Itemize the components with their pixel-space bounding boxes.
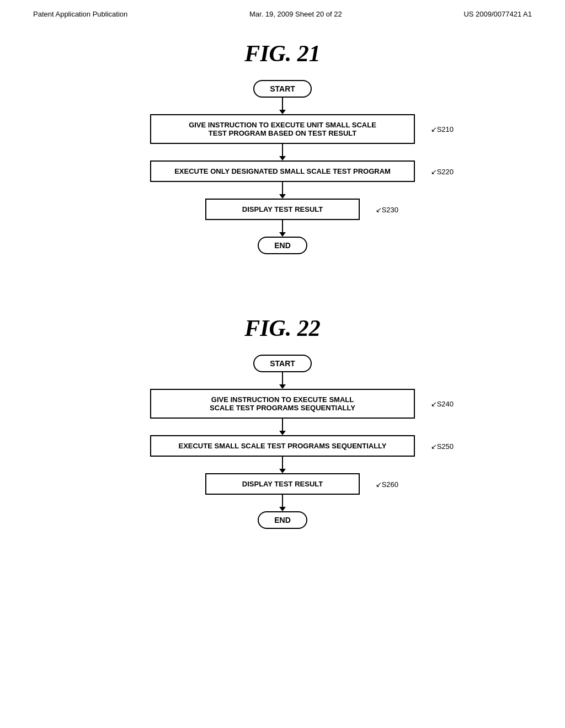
fig22-start-container: START xyxy=(253,355,312,372)
fig22-start: START xyxy=(253,355,312,372)
fig22-arrow2 xyxy=(279,419,286,435)
fig21-flowchart: START GIVE INSTRUCTION TO EXECUTE UNIT S… xyxy=(150,80,415,254)
fig22-arrow1 xyxy=(279,372,286,389)
fig21-s220-container: EXECUTE ONLY DESIGNATED SMALL SCALE TEST… xyxy=(150,160,415,182)
fig21-s230: DISPLAY TEST RESULT xyxy=(205,199,360,220)
fig21-end-container: END xyxy=(258,237,307,254)
fig21-start: START xyxy=(253,80,312,98)
fig21-s220: EXECUTE ONLY DESIGNATED SMALL SCALE TEST… xyxy=(150,160,415,182)
fig22-end-container: END xyxy=(258,511,307,529)
fig21-arrow2 xyxy=(279,144,286,160)
header-middle: Mar. 19, 2009 Sheet 20 of 22 xyxy=(249,10,342,18)
fig22-section: FIG. 22 START GIVE INSTRUCTION TO EXECUT… xyxy=(0,298,565,529)
header-right: US 2009/0077421 A1 xyxy=(463,10,532,18)
fig22-arrow3 xyxy=(279,457,286,473)
fig21-s230-container: DISPLAY TEST RESULT ↙S230 xyxy=(205,199,360,220)
section-gap xyxy=(0,254,565,298)
fig22-s250-label: ↙S250 xyxy=(431,442,454,450)
fig22-end: END xyxy=(258,511,307,529)
fig22-s250-container: EXECUTE SMALL SCALE TEST PROGRAMS SEQUEN… xyxy=(150,435,415,457)
fig21-s230-label: ↙S230 xyxy=(376,205,398,213)
fig21-arrow3 xyxy=(279,182,286,199)
fig22-flowchart: START GIVE INSTRUCTION TO EXECUTE SMALLS… xyxy=(150,355,415,529)
fig21-section: FIG. 21 START GIVE INSTRUCTION TO EXECUT… xyxy=(0,24,565,254)
fig22-s250: EXECUTE SMALL SCALE TEST PROGRAMS SEQUEN… xyxy=(150,435,415,457)
fig21-arrow1 xyxy=(279,98,286,114)
header-left: Patent Application Publication xyxy=(33,10,127,18)
fig22-arrow4 xyxy=(279,495,286,511)
fig21-start-container: START xyxy=(253,80,312,98)
fig21-s210-container: GIVE INSTRUCTION TO EXECUTE UNIT SMALL S… xyxy=(150,114,415,144)
fig21-s210: GIVE INSTRUCTION TO EXECUTE UNIT SMALL S… xyxy=(150,114,415,144)
fig22-s240-label: ↙S240 xyxy=(431,400,454,408)
fig21-s220-label: ↙S220 xyxy=(431,167,454,175)
fig21-title: FIG. 21 xyxy=(244,40,321,67)
page-header: Patent Application Publication Mar. 19, … xyxy=(0,0,565,24)
fig21-s210-label: ↙S210 xyxy=(431,125,454,133)
fig22-s260-container: DISPLAY TEST RESULT ↙S260 xyxy=(205,473,360,495)
fig22-title: FIG. 22 xyxy=(244,315,321,341)
fig22-s240-container: GIVE INSTRUCTION TO EXECUTE SMALLSCALE T… xyxy=(150,389,415,419)
fig21-arrow4 xyxy=(279,220,286,237)
fig21-end: END xyxy=(258,237,307,254)
fig22-s260: DISPLAY TEST RESULT xyxy=(205,473,360,495)
fig22-s260-label: ↙S260 xyxy=(376,480,398,488)
fig22-s240: GIVE INSTRUCTION TO EXECUTE SMALLSCALE T… xyxy=(150,389,415,419)
